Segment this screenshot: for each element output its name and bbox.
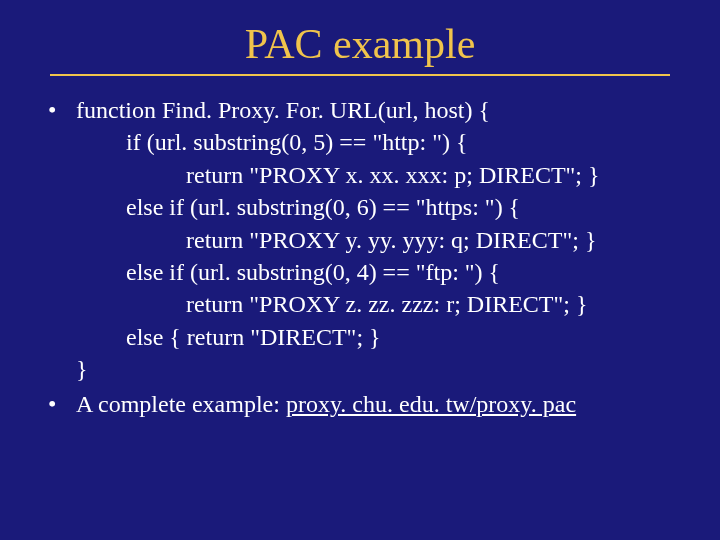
code-line: else if (url. substring(0, 6) == "https:… — [76, 191, 680, 223]
code-line: if (url. substring(0, 5) == "http: ") { — [76, 126, 680, 158]
bullet-content: A complete example: proxy. chu. edu. tw/… — [76, 388, 680, 420]
code-line: function Find. Proxy. For. URL(url, host… — [76, 97, 490, 123]
slide-title: PAC example — [40, 20, 680, 68]
code-line: return "PROXY x. xx. xxx: p; DIRECT"; } — [76, 159, 680, 191]
bullet-text: A complete example: — [76, 391, 286, 417]
code-line: return "PROXY y. yy. yyy: q; DIRECT"; } — [76, 224, 680, 256]
title-divider — [50, 74, 670, 76]
bullet-marker: • — [40, 388, 76, 420]
code-line: else if (url. substring(0, 4) == "ftp: "… — [76, 256, 680, 288]
code-line: return "PROXY z. zz. zzz: r; DIRECT"; } — [76, 288, 680, 320]
slide: PAC example • function Find. Proxy. For.… — [0, 0, 720, 540]
bullet-item: • A complete example: proxy. chu. edu. t… — [40, 388, 680, 420]
bullet-item: • function Find. Proxy. For. URL(url, ho… — [40, 94, 680, 386]
slide-body: • function Find. Proxy. For. URL(url, ho… — [40, 94, 680, 420]
code-line: } — [76, 356, 88, 382]
code-line: else { return "DIRECT"; } — [76, 321, 680, 353]
proxy-pac-link[interactable]: proxy. chu. edu. tw/proxy. pac — [286, 391, 576, 417]
bullet-marker: • — [40, 94, 76, 386]
bullet-content: function Find. Proxy. For. URL(url, host… — [76, 94, 680, 386]
